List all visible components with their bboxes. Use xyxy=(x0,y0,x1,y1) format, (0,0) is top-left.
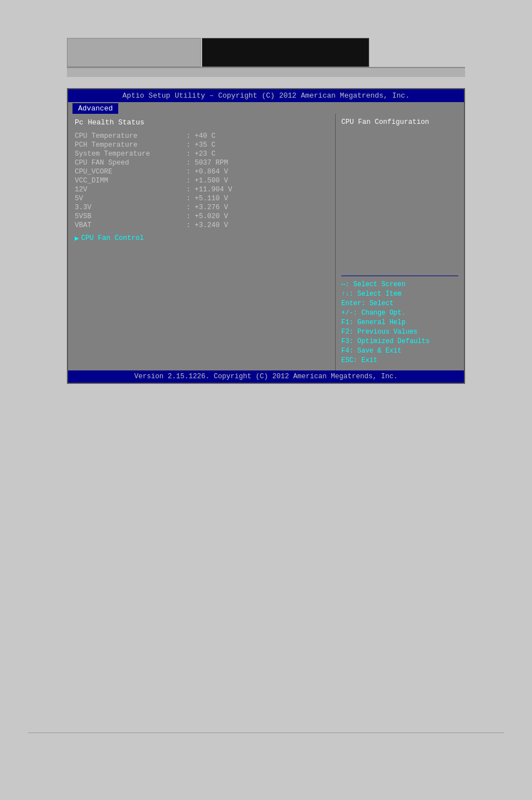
row-label-pch-temp: PCH Temperature xyxy=(75,141,186,149)
row-label-vbat: VBAT xyxy=(75,221,186,229)
key-hint-f3: F3: Optimized Defaults xyxy=(341,338,458,345)
key-hint-f4: F4: Save & Exit xyxy=(341,347,458,355)
page-bottom-line xyxy=(28,732,504,733)
row-label-sys-temp: System Temperature xyxy=(75,150,186,158)
help-title: CPU Fan Configuration xyxy=(341,118,458,126)
table-row: System Temperature : +23 C xyxy=(75,150,328,158)
top-header xyxy=(0,0,532,67)
bios-right-panel: CPU Fan Configuration ↔: Select Screen ↑… xyxy=(336,114,464,370)
row-value-3v3: : +3.276 V xyxy=(186,204,228,211)
menu-item-label: CPU Fan Control xyxy=(81,234,144,242)
row-label-3v3: 3.3V xyxy=(75,204,186,211)
key-hint-f2: F2: Previous Values xyxy=(341,328,458,336)
row-label-vcc-dimm: VCC_DIMM xyxy=(75,177,186,185)
row-value-pch-temp: : +35 C xyxy=(186,141,216,149)
bios-container: Aptio Setup Utility – Copyright (C) 2012… xyxy=(67,88,465,384)
tab-advanced[interactable]: Advanced xyxy=(72,103,118,114)
help-divider xyxy=(341,276,458,276)
bios-content: Pc Health Status CPU Temperature : +40 C… xyxy=(68,114,464,370)
bios-tab-bar: Advanced xyxy=(68,102,464,114)
key-hint-enter: Enter: Select xyxy=(341,300,458,307)
key-hint-change-opt: +/-: Change Opt. xyxy=(341,309,458,317)
row-label-12v: 12V xyxy=(75,186,186,194)
row-value-vbat: : +3.240 V xyxy=(186,221,228,229)
key-hint-select-screen: ↔: Select Screen xyxy=(341,281,458,288)
row-value-vcore: : +0.864 V xyxy=(186,168,228,176)
section-title: Pc Health Status xyxy=(75,118,328,127)
bios-title-text: Aptio Setup Utility – Copyright (C) 2012… xyxy=(123,91,410,100)
row-label-5vsb: 5VSB xyxy=(75,213,186,220)
bios-title-bar: Aptio Setup Utility – Copyright (C) 2012… xyxy=(68,89,464,102)
bios-left-panel: Pc Health Status CPU Temperature : +40 C… xyxy=(68,114,336,370)
row-value-sys-temp: : +23 C xyxy=(186,150,216,158)
table-row: PCH Temperature : +35 C xyxy=(75,141,328,149)
row-label-5v: 5V xyxy=(75,195,186,203)
table-row: 5V : +5.110 V xyxy=(75,195,328,203)
key-hint-esc: ESC: Exit xyxy=(341,356,458,364)
row-value-fan-speed: : 5037 RPM xyxy=(186,159,228,167)
row-value-vcc-dimm: : +1.500 V xyxy=(186,177,228,185)
page-wrapper: Aptio Setup Utility – Copyright (C) 2012… xyxy=(0,0,532,800)
table-row: 12V : +11.904 V xyxy=(75,186,328,194)
row-value-12v: : +11.904 V xyxy=(186,186,233,194)
header-right-block xyxy=(202,38,369,67)
table-row: VCC_DIMM : +1.500 V xyxy=(75,177,328,185)
row-value-cpu-temp: : +40 C xyxy=(186,132,216,140)
row-value-5vsb: : +5.020 V xyxy=(186,213,228,220)
table-row: CPU FAN Speed : 5037 RPM xyxy=(75,159,328,167)
bios-footer: Version 2.15.1226. Copyright (C) 2012 Am… xyxy=(68,370,464,383)
key-hint-select-item: ↑↓: Select Item xyxy=(341,290,458,298)
row-label-cpu-temp: CPU Temperature xyxy=(75,132,186,140)
table-row: CPU Temperature : +40 C xyxy=(75,132,328,140)
row-value-5v: : +5.110 V xyxy=(186,195,228,203)
header-bottom-bar xyxy=(67,67,465,77)
table-row: 3.3V : +3.276 V xyxy=(75,204,328,211)
menu-item-cpu-fan-control[interactable]: ▶ CPU Fan Control xyxy=(75,234,328,243)
bios-footer-text: Version 2.15.1226. Copyright (C) 2012 Am… xyxy=(134,373,398,380)
arrow-icon: ▶ xyxy=(75,234,79,243)
row-label-vcore: CPU_VCORE xyxy=(75,168,186,176)
table-row: 5VSB : +5.020 V xyxy=(75,213,328,220)
table-row: VBAT : +3.240 V xyxy=(75,221,328,229)
table-row: CPU_VCORE : +0.864 V xyxy=(75,168,328,176)
key-hint-f1: F1: General Help xyxy=(341,319,458,326)
header-left-block xyxy=(67,38,201,67)
row-label-fan-speed: CPU FAN Speed xyxy=(75,159,186,167)
